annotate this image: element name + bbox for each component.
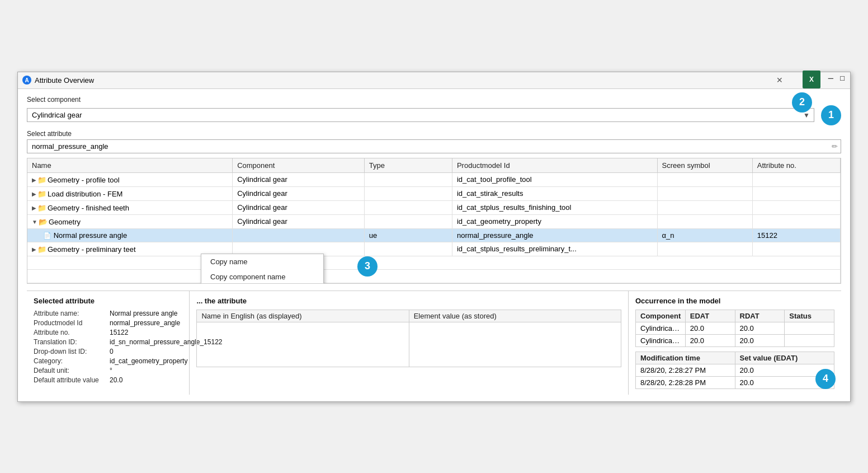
- badge-2: 2: [792, 92, 812, 113]
- occ-edat: 20.0: [685, 334, 735, 346]
- folder-icon: 📁: [37, 190, 46, 198]
- row-component: [233, 228, 365, 242]
- attr-row: Drop-down list ID: 0: [34, 348, 182, 355]
- attr-value: 20.0: [110, 376, 122, 384]
- attr-row: Productmodel Id normal_pressure_angle: [34, 319, 182, 327]
- attribute-input[interactable]: [27, 139, 841, 153]
- attr-value: Normal pressure angle: [110, 310, 177, 317]
- content-area: 2 Select component Cylindrical gear ▼ 1 …: [18, 89, 850, 401]
- edit-icon: ✏: [832, 142, 838, 151]
- table-row[interactable]: ▼ 📂 Geometry Cylindrical gear id_cat_geo…: [27, 214, 841, 228]
- row-productmodel: id_cat_stplus_results_finishing_tool: [452, 200, 657, 214]
- context-menu-item-copy-component[interactable]: Copy component name: [201, 269, 323, 284]
- badge-1: 1: [821, 105, 841, 125]
- occurrence-row[interactable]: Cylindrical gear [8] 20.0 20.0: [636, 334, 834, 346]
- attribute-table: Name Component Type Productmodel Id Scre…: [27, 158, 841, 283]
- table-row-selected[interactable]: 📄 Normal pressure angle ue normal_pressu…: [27, 228, 841, 242]
- table-row[interactable]: ▶ 📁 Geometry - preliminary teet id_cat_s…: [27, 242, 841, 256]
- tree-toggle[interactable]: ▶ 📁 Geometry - finished teeth: [32, 204, 129, 212]
- tree-toggle[interactable]: ▶ 📁 Geometry - profile tool: [32, 176, 120, 184]
- row-label: Normal pressure angle: [54, 231, 128, 240]
- row-component: Cylindrical gear: [233, 172, 365, 186]
- occ-col-rdat: RDAT: [735, 310, 785, 322]
- attr-label: Translation ID:: [34, 338, 106, 346]
- component-select[interactable]: Cylindrical gear: [27, 108, 814, 122]
- row-type: [364, 186, 452, 200]
- translation-panel: ... the attribute Name in English (as di…: [190, 291, 629, 395]
- attr-row: Translation ID: id_sn_normal_pressure_an…: [34, 338, 182, 346]
- row-label: Load distribution - FEM: [48, 190, 122, 198]
- minimize-button[interactable]: ─: [828, 74, 833, 82]
- main-window: A Attribute Overview ✕ X ─ □ 2 Select co…: [17, 72, 851, 402]
- row-type: [364, 242, 452, 256]
- row-attributeno: [752, 172, 840, 186]
- attr-row: Default unit: °: [34, 367, 182, 374]
- occurrence-inner: Occurrence in the model Component EDAT R…: [635, 297, 834, 389]
- translation-col-english: Name in English (as displayed): [197, 310, 409, 322]
- col-header-name: Name: [27, 158, 233, 173]
- col-header-productmodel: Productmodel Id: [452, 158, 657, 173]
- attr-label: Default attribute value: [34, 376, 106, 384]
- collapse-arrow-icon: ▶: [32, 191, 36, 197]
- attr-value: id_cat_geometry_property: [110, 357, 187, 365]
- table-row[interactable]: ▶ 📁 Load distribution - FEM Cylindrical …: [27, 186, 841, 200]
- select-attribute-section: Select attribute ✏: [27, 130, 841, 153]
- folder-icon: 📁: [37, 245, 46, 254]
- badge-3: 3: [357, 256, 378, 277]
- mod-col-value: Set value (EDAT): [735, 352, 834, 364]
- attr-row: Category: id_cat_geometry_property: [34, 357, 182, 365]
- row-name: 📄 Normal pressure angle: [27, 228, 233, 242]
- attr-row: Attribute name: Normal pressure angle: [34, 310, 182, 317]
- occurrence-panel: Occurrence in the model Component EDAT R…: [629, 291, 841, 395]
- excel-icon[interactable]: X: [803, 71, 820, 88]
- row-name: ▶ 📁 Geometry - finished teeth: [27, 200, 233, 214]
- attr-value: 0: [110, 348, 114, 355]
- tree-toggle[interactable]: ▶ 📁 Load distribution - FEM: [32, 190, 122, 198]
- row-component: Cylindrical gear: [233, 200, 365, 214]
- row-screensymbol: [657, 214, 752, 228]
- window-controls: ✕: [773, 74, 786, 86]
- row-name: ▶ 📁 Load distribution - FEM: [27, 186, 233, 200]
- occ-col-status: Status: [785, 310, 834, 322]
- col-header-type: Type: [364, 158, 452, 173]
- col-header-screensymbol: Screen symbol: [657, 158, 752, 173]
- occurrence-row[interactable]: Cylindrical gear [6] 20.0 20.0: [636, 322, 834, 334]
- row-label: Geometry - finished teeth: [48, 204, 129, 212]
- occ-rdat: 20.0: [735, 322, 785, 334]
- row-screensymbol: [657, 186, 752, 200]
- occurrence-table-body: Cylindrical gear [6] 20.0 20.0 Cylindric…: [636, 322, 834, 346]
- translation-col-value: Element value (as stored): [409, 310, 621, 322]
- occ-rdat: 20.0: [735, 334, 785, 346]
- col-header-attributeno: Attribute no.: [752, 158, 840, 173]
- row-name: ▼ 📂 Geometry: [27, 214, 233, 228]
- component-select-wrapper: Cylindrical gear ▼: [27, 108, 814, 122]
- folder-open-icon: 📂: [39, 218, 48, 226]
- collapse-arrow-icon: ▶: [32, 246, 36, 252]
- table-row[interactable]: ▶ 📁 Geometry - finished teeth Cylindrica…: [27, 200, 841, 214]
- row-productmodel: normal_pressure_angle: [452, 228, 657, 242]
- file-icon: 📄: [43, 232, 51, 240]
- table-row[interactable]: ▶ 📁 Geometry - profile tool Cylindrical …: [27, 172, 841, 186]
- collapse-arrow-icon: ▶: [32, 205, 36, 211]
- attr-label: Attribute no.: [34, 329, 106, 336]
- select-component-label: Select component: [27, 96, 841, 104]
- main-table-container: Name Component Type Productmodel Id Scre…: [27, 158, 841, 284]
- row-screensymbol: [657, 200, 752, 214]
- col-header-component: Component: [233, 158, 365, 173]
- row-component: Cylindrical gear: [233, 186, 365, 200]
- table-row-empty: [27, 269, 841, 283]
- context-menu-item-copy-name[interactable]: Copy name: [201, 254, 323, 269]
- modification-section: Modification time Set value (EDAT) 8/28/…: [635, 352, 834, 389]
- mod-time: 8/28/20, 2:28:27 PM: [636, 364, 735, 376]
- close-tab-button[interactable]: ✕: [773, 74, 786, 86]
- table-header: Name Component Type Productmodel Id Scre…: [27, 158, 841, 173]
- row-attributeno: [752, 186, 840, 200]
- maximize-button[interactable]: □: [840, 74, 845, 82]
- tree-toggle[interactable]: ▼ 📂 Geometry: [32, 218, 81, 226]
- attribute-input-wrapper: ✏: [27, 139, 841, 153]
- translation-row-empty: [197, 322, 621, 367]
- occ-status: [785, 322, 834, 334]
- occ-component: Cylindrical gear [6]: [636, 322, 686, 334]
- table-row-empty: [27, 256, 841, 269]
- tree-toggle[interactable]: ▶ 📁 Geometry - preliminary teet: [32, 245, 136, 254]
